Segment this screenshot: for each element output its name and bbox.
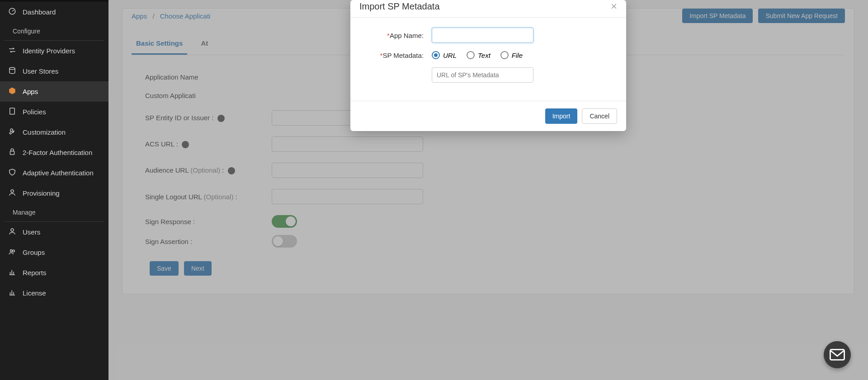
user-icon bbox=[8, 188, 16, 198]
sidebar-label: Reports bbox=[23, 269, 47, 277]
svg-rect-2 bbox=[10, 108, 15, 114]
svg-point-6 bbox=[10, 250, 13, 252]
modal-label-spmeta: *SP Metadata: bbox=[359, 52, 432, 59]
sidebar-item-customization[interactable]: Customization bbox=[0, 122, 108, 142]
sidebar-label: Policies bbox=[23, 108, 46, 116]
database-icon bbox=[8, 66, 16, 76]
user-icon bbox=[8, 227, 16, 237]
sidebar-label: Provisioning bbox=[23, 189, 60, 197]
sidebar-label: 2-Factor Authentication bbox=[23, 149, 92, 156]
sidebar-item-policies[interactable]: Policies bbox=[0, 102, 108, 122]
modal-label-appname: *App Name: bbox=[359, 32, 432, 39]
svg-rect-8 bbox=[830, 350, 844, 360]
dashboard-icon bbox=[8, 7, 16, 17]
sidebar-label: Identity Providers bbox=[23, 47, 75, 55]
import-sp-metadata-modal: Import SP Metadata × *App Name: *SP Meta… bbox=[350, 0, 626, 131]
radio-url[interactable]: URL bbox=[432, 51, 457, 59]
svg-point-1 bbox=[9, 67, 15, 70]
cancel-button[interactable]: Cancel bbox=[582, 108, 617, 124]
app-name-input[interactable] bbox=[432, 28, 533, 43]
sidebar-item-userstores[interactable]: User Stores bbox=[0, 61, 108, 81]
sidebar-label: Users bbox=[23, 228, 40, 236]
sidebar-item-provisioning[interactable]: Provisioning bbox=[0, 183, 108, 203]
chart-icon bbox=[8, 288, 16, 298]
sidebar-item-groups[interactable]: Groups bbox=[0, 242, 108, 263]
modal-title: Import SP Metadata bbox=[359, 1, 440, 12]
sidebar-label: User Stores bbox=[23, 67, 58, 75]
sidebar-item-apps[interactable]: Apps bbox=[0, 81, 108, 102]
sidebar-item-adaptive[interactable]: Adaptive Authentication bbox=[0, 163, 108, 183]
sidebar-section-manage: Manage bbox=[5, 203, 104, 222]
sidebar-label: Dashboard bbox=[23, 8, 56, 16]
chart-icon bbox=[8, 268, 16, 277]
shield-icon bbox=[8, 168, 16, 178]
metadata-url-input[interactable] bbox=[432, 67, 533, 83]
main-content: Apps / Choose Applicati Import SP Metada… bbox=[108, 0, 868, 380]
sidebar-label: Groups bbox=[23, 249, 45, 256]
sidebar-item-users[interactable]: Users bbox=[0, 222, 108, 242]
sidebar-label: Apps bbox=[23, 88, 38, 95]
sidebar-label: Adaptive Authentication bbox=[23, 169, 94, 177]
svg-point-5 bbox=[11, 229, 14, 231]
box-icon bbox=[8, 87, 16, 96]
wrench-icon bbox=[8, 127, 16, 137]
sidebar-item-dashboard[interactable]: Dashboard bbox=[0, 2, 108, 22]
mail-icon bbox=[830, 349, 845, 361]
svg-point-7 bbox=[13, 250, 15, 252]
document-icon bbox=[8, 107, 16, 117]
sidebar-item-license[interactable]: License bbox=[0, 283, 108, 303]
users-icon bbox=[8, 248, 16, 257]
sidebar: Dashboard Configure Identity Providers U… bbox=[0, 0, 108, 380]
sidebar-item-idp[interactable]: Identity Providers bbox=[0, 41, 108, 61]
close-icon[interactable]: × bbox=[611, 1, 617, 12]
sidebar-section-configure: Configure bbox=[5, 22, 104, 41]
svg-point-4 bbox=[11, 190, 14, 192]
radio-file[interactable]: File bbox=[500, 51, 523, 59]
radio-text[interactable]: Text bbox=[467, 51, 491, 59]
exchange-icon bbox=[8, 46, 16, 56]
sidebar-label: Customization bbox=[23, 128, 66, 136]
svg-rect-3 bbox=[10, 151, 14, 155]
import-button[interactable]: Import bbox=[545, 108, 578, 124]
sidebar-label: License bbox=[23, 289, 46, 297]
sidebar-item-reports[interactable]: Reports bbox=[0, 263, 108, 283]
mail-fab[interactable] bbox=[824, 341, 851, 368]
sidebar-item-2fa[interactable]: 2-Factor Authentication bbox=[0, 142, 108, 163]
lock-icon bbox=[8, 148, 16, 157]
